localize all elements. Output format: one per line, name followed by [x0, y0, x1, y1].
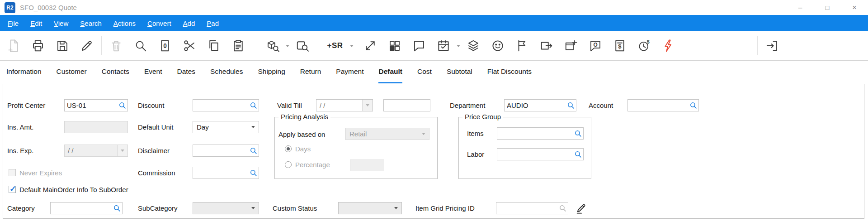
menu-convert[interactable]: Convert [142, 19, 177, 27]
labor-input[interactable] [497, 150, 573, 158]
disclaimer-lookup-icon[interactable] [249, 147, 258, 154]
profit-center-input[interactable] [65, 101, 118, 109]
menu-add[interactable]: Add [177, 19, 201, 27]
department-lookup-icon[interactable] [566, 101, 575, 109]
chevron-down-icon [251, 207, 255, 209]
add-sr-dropdown-icon[interactable] [350, 34, 354, 57]
add-window-button[interactable] [561, 34, 581, 57]
minimize-button[interactable]: – [787, 0, 814, 15]
order-note-icon: O [589, 39, 602, 53]
exit-button[interactable] [762, 34, 782, 57]
menu-search[interactable]: Search [74, 19, 108, 27]
item-search-dropdown-icon[interactable] [286, 34, 289, 57]
layers-icon [467, 39, 480, 53]
pricing-analysis-groupbox: Pricing Analysis Apply based on Retail D… [274, 117, 438, 179]
cut-button[interactable] [179, 34, 199, 57]
tab-cost[interactable]: Cost [417, 61, 432, 83]
layers-button[interactable] [463, 34, 483, 57]
tab-event[interactable]: Event [144, 61, 162, 83]
account-input[interactable] [628, 101, 689, 109]
advanced-search-button[interactable] [292, 34, 312, 57]
valid-till-datefield[interactable]: / / [316, 99, 373, 111]
discount-lookup-icon[interactable] [249, 101, 258, 109]
add-sr-button[interactable]: +SR [323, 34, 347, 57]
default-tab-panel: Profit Center Discount Valid Till / / De… [3, 84, 864, 219]
menu-edit[interactable]: Edit [24, 19, 48, 27]
tab-flat-discounts[interactable]: Flat Discounts [487, 61, 532, 83]
department-input[interactable] [505, 101, 566, 109]
days-radio-label: Days [295, 143, 311, 155]
tab-default[interactable]: Default [378, 61, 402, 83]
profit-center-label: Profit Center [7, 99, 45, 111]
tab-information[interactable]: Information [6, 61, 42, 83]
calendar-button[interactable] [434, 34, 453, 57]
pricing-analysis-legend: Pricing Analysis [278, 113, 330, 121]
smiley-button[interactable] [488, 34, 508, 57]
layout-grid-icon [388, 39, 401, 53]
add-sr-label: +SR [327, 41, 343, 50]
edit-button[interactable] [77, 34, 97, 57]
items-field [497, 127, 584, 140]
paste-button[interactable] [228, 34, 248, 57]
maximize-button[interactable]: □ [814, 0, 841, 15]
print-button[interactable] [28, 34, 48, 57]
expand-button[interactable] [360, 34, 380, 57]
save-button[interactable] [52, 34, 72, 57]
chevron-down-icon [251, 126, 255, 128]
discount-field [193, 99, 259, 111]
item-grid-pricing-id-input[interactable] [496, 204, 558, 212]
department-label: Department [450, 99, 485, 111]
subcategory-select[interactable] [193, 202, 259, 214]
subcategory-label: SubCategory [138, 202, 178, 214]
valid-till-dropdown-button[interactable] [362, 100, 373, 111]
profit-center-lookup-icon[interactable] [118, 101, 127, 109]
commission-input[interactable] [193, 169, 249, 177]
valid-till-extra-input[interactable] [384, 101, 429, 109]
category-lookup-icon[interactable] [112, 204, 121, 212]
copy-button[interactable] [204, 34, 224, 57]
account-lookup-icon[interactable] [689, 101, 698, 109]
edit-pencil-icon [80, 39, 94, 53]
tab-contacts[interactable]: Contacts [102, 61, 129, 83]
calendar-dropdown-icon[interactable] [457, 34, 460, 57]
flag-button[interactable] [512, 34, 532, 57]
tab-dates[interactable]: Dates [177, 61, 196, 83]
order-note-button[interactable]: O [585, 34, 605, 57]
menu-actions[interactable]: Actions [108, 19, 142, 27]
commission-lookup-icon[interactable] [249, 169, 258, 177]
record-count-button[interactable]: 0 [155, 34, 175, 57]
tab-customer[interactable]: Customer [57, 61, 87, 83]
menu-pad[interactable]: Pad [201, 19, 225, 27]
percentage-radio [285, 161, 292, 168]
transfer-button[interactable] [537, 34, 557, 57]
close-button[interactable]: × [841, 0, 868, 15]
menu-file[interactable]: File [2, 19, 24, 27]
window-controls: – □ × [787, 0, 868, 15]
tab-return[interactable]: Return [300, 61, 321, 83]
menu-view[interactable]: View [48, 19, 74, 27]
tab-payment[interactable]: Payment [336, 61, 363, 83]
comment-button[interactable] [409, 34, 429, 57]
items-lookup-icon[interactable] [573, 130, 582, 137]
invoice-button[interactable]: $ [610, 34, 630, 57]
search-button[interactable] [131, 34, 151, 57]
item-search-button[interactable] [263, 34, 283, 57]
tab-schedules[interactable]: Schedules [210, 61, 243, 83]
default-unit-select[interactable]: Day [193, 121, 259, 133]
record-count-icon: 0 [158, 39, 172, 53]
labor-lookup-icon[interactable] [573, 150, 582, 158]
app-window: R2 SFO_00032 Quote – □ × File Edit View … [0, 0, 868, 222]
discount-input[interactable] [193, 101, 249, 109]
tab-shipping[interactable]: Shipping [258, 61, 285, 83]
tab-subtotal[interactable]: Subtotal [447, 61, 472, 83]
item-grid-edit-button[interactable] [574, 200, 589, 216]
time-dollar-button[interactable]: $ [634, 34, 654, 57]
category-input[interactable] [51, 204, 112, 212]
items-input[interactable] [497, 130, 573, 137]
ins-exp-dropdown-button [117, 145, 127, 156]
lightning-button[interactable] [659, 34, 679, 57]
layout-grid-button[interactable] [385, 34, 405, 57]
suborder-checkbox[interactable] [9, 186, 16, 193]
disclaimer-input[interactable] [193, 147, 249, 154]
custom-status-select[interactable] [338, 202, 402, 214]
